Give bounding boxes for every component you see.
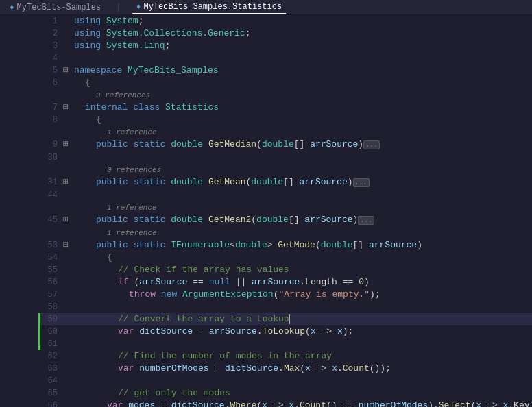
code-line-63: 63 var numberOfModes = dictSource.Max(x … (38, 362, 532, 375)
code-line-ref1b: 1 reference (38, 201, 532, 214)
code-line-31: 31 ⊞ public static double GetMean(double… (38, 176, 532, 189)
gutter (0, 15, 36, 407)
code-line-ref1a: 1 reference (38, 126, 532, 138)
code-line-6: 6 { (38, 77, 532, 89)
code-line-53: 53 ⊟ public static IEnumerable<double> G… (38, 239, 532, 251)
code-line-4: 4 (38, 52, 532, 64)
code-line-45: 45 ⊞ public static double GetMean2(doubl… (38, 214, 532, 227)
code-line-54: 54 { (38, 251, 532, 264)
tab2-icon: ♦ (136, 3, 141, 11)
code-line-61: 61 (38, 338, 532, 350)
code-line-62: 62 // Find the number of modes in the ar… (38, 350, 532, 362)
code-line-3: 3 using System.Linq; (38, 40, 532, 52)
code-line-66: 66 var modes = dictSource.Where(x => x.C… (38, 399, 532, 407)
code-line-ref1c: 1 reference (38, 227, 532, 239)
tab-2[interactable]: ♦ MyTecBits_Samples.Statistics (132, 1, 286, 14)
code-line-8: 8 { (38, 114, 532, 126)
code-line-7: 7 ⊟ internal class Statistics (38, 101, 532, 114)
code-line-59: 59 // Convert the array to a Lookup (38, 313, 532, 325)
code-line-60: 60 var dictSource = arrSource.ToLookup(x… (38, 325, 532, 338)
code-line-ref3: 3 references (38, 89, 532, 101)
code-line-ref0: 0 references (38, 164, 532, 176)
code-area[interactable]: 1 using System; 2 using System.Collectio… (36, 15, 532, 407)
tab2-label: MyTecBits_Samples.Statistics (143, 2, 282, 12)
tab-1[interactable]: ♦ MyTecBits-Samples (5, 1, 105, 14)
code-line-44: 44 (38, 189, 532, 201)
code-line-55: 55 // Check if the array has values (38, 264, 532, 276)
code-line-1: 1 using System; (38, 15, 532, 27)
editor-body: 1 using System; 2 using System.Collectio… (0, 15, 532, 407)
editor-window: ♦ MyTecBits-Samples | ♦ MyTecBits_Sample… (0, 0, 532, 407)
code-line-58: 58 (38, 301, 532, 313)
code-line-30: 30 (38, 151, 532, 164)
code-line-57: 57 throw new ArgumentException("Array is… (38, 288, 532, 301)
tab1-label: MyTecBits-Samples (17, 3, 101, 12)
code-line-56: 56 if (arrSource == null || arrSource.Le… (38, 276, 532, 288)
code-line-9: 9 ⊞ public static double GetMedian(doubl… (38, 138, 532, 151)
tab1-icon: ♦ (10, 3, 14, 12)
code-line-2: 2 using System.Collections.Generic; (38, 27, 532, 40)
code-line-64: 64 (38, 375, 532, 387)
title-bar: ♦ MyTecBits-Samples | ♦ MyTecBits_Sample… (0, 0, 532, 15)
code-line-5: 5 ⊟ namespace MyTecBits_Samples (38, 64, 532, 77)
code-line-65: 65 // get only the modes (38, 387, 532, 399)
tab-separator: | (116, 2, 121, 12)
